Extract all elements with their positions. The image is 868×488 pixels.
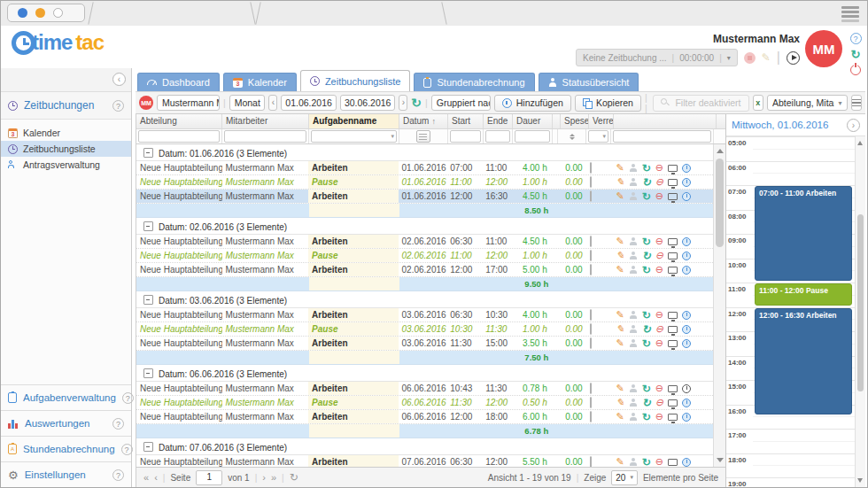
monitor-icon[interactable] — [668, 193, 678, 200]
add-button[interactable]: Hinzufügen — [494, 95, 571, 112]
grid-menu-icon[interactable] — [851, 95, 862, 111]
sync-icon[interactable]: ↻ — [642, 191, 651, 202]
tab-dashboard[interactable]: Dashboard — [137, 73, 220, 91]
sync-icon[interactable]: ↻ — [642, 265, 651, 275]
monitor-icon[interactable] — [668, 165, 678, 172]
edit-icon[interactable]: ✎ — [616, 251, 624, 260]
edit-icon[interactable]: ✎ — [616, 383, 624, 393]
columns-select[interactable]: Abteilung, Mitarbeiter, Aufg ▾ — [767, 95, 848, 111]
delete-icon[interactable]: ⊖ — [655, 191, 663, 201]
next-period-button[interactable]: › — [399, 95, 407, 111]
monitor-icon[interactable] — [668, 312, 678, 319]
previous-page-icon[interactable]: ‹ — [154, 472, 158, 483]
billed-checkbox[interactable] — [590, 162, 592, 174]
monitor-icon[interactable] — [668, 252, 678, 259]
sync-icon[interactable]: ↻ — [642, 310, 651, 321]
calendar-filter-icon[interactable] — [416, 130, 430, 143]
user-icon[interactable] — [629, 178, 638, 187]
sync-icon[interactable]: ↻ — [642, 338, 651, 349]
collapse-group-icon[interactable] — [143, 221, 153, 231]
filter-input[interactable] — [515, 130, 550, 143]
edit-icon[interactable]: ✎ — [616, 398, 624, 407]
delete-icon[interactable]: ⊖ — [655, 236, 663, 246]
clock-icon[interactable] — [682, 164, 691, 173]
monitor-icon[interactable] — [668, 414, 678, 421]
tab-kalender[interactable]: 3Kalender — [223, 73, 297, 91]
table-row[interactable]: Neue HauptabteilungMustermann MaxPause06… — [136, 396, 713, 410]
group-header[interactable]: Datum: 01.06.2016 (3 Elemente) — [136, 144, 713, 161]
collapse-panel-button[interactable]: › — [847, 119, 860, 132]
group-header[interactable]: Datum: 06.06.2016 (3 Elemente) — [136, 365, 713, 382]
filter-input[interactable] — [138, 130, 220, 143]
collapse-group-icon[interactable] — [143, 148, 153, 158]
user-icon[interactable] — [629, 237, 638, 246]
filter-button[interactable]: Filter deaktiviert — [653, 95, 748, 112]
edit-icon[interactable]: ✎ — [616, 412, 624, 422]
help-icon[interactable]: ? — [112, 469, 124, 481]
next-page-icon[interactable]: › — [262, 472, 266, 483]
collapse-group-icon[interactable] — [143, 368, 153, 378]
monitor-icon[interactable] — [668, 340, 678, 347]
spinner-filter-icon[interactable] — [570, 134, 575, 140]
user-filter-select[interactable]: Mustermann Max ▾ — [157, 95, 220, 111]
user-icon[interactable] — [629, 384, 638, 393]
user-icon[interactable] — [629, 325, 638, 334]
monitor-icon[interactable] — [668, 326, 678, 333]
user-icon[interactable] — [629, 164, 638, 173]
last-page-icon[interactable]: » — [271, 472, 276, 483]
group-header[interactable]: Datum: 02.06.2016 (3 Elemente) — [136, 218, 713, 235]
clock-icon[interactable] — [682, 237, 691, 246]
filter-input[interactable] — [613, 130, 711, 143]
previous-period-button[interactable]: ‹ — [268, 95, 277, 111]
clock-icon[interactable] — [682, 178, 691, 187]
reload-icon[interactable]: ↻ — [290, 471, 298, 484]
tab-zeitbuchungsliste[interactable]: Zeitbuchungsliste — [300, 70, 411, 91]
group-header[interactable]: Datum: 03.06.2016 (3 Elemente) — [136, 291, 713, 308]
scrollbar-thumb[interactable] — [857, 214, 864, 391]
date-to-input[interactable]: 30.06.2016 — [340, 95, 396, 111]
scroll-up-icon[interactable] — [857, 141, 863, 145]
browser-menu-icon[interactable] — [841, 6, 859, 22]
first-page-icon[interactable]: « — [143, 472, 149, 483]
edit-icon[interactable]: ✎ — [616, 310, 624, 320]
calendar-event[interactable]: 11:00 - 12:00 Pause — [755, 283, 852, 306]
monitor-icon[interactable] — [668, 459, 678, 466]
billed-checkbox[interactable] — [590, 264, 592, 275]
sync-icon[interactable]: ↻ — [642, 398, 651, 408]
sidebar-section-zeitbuchungen[interactable]: Zeitbuchungen ? — [1, 92, 131, 120]
billed-checkbox[interactable] — [590, 250, 592, 261]
delete-icon[interactable]: ⊖ — [655, 338, 663, 348]
calendar-scrollbar[interactable] — [855, 136, 865, 487]
user-icon[interactable] — [629, 311, 638, 320]
scroll-down-icon[interactable] — [857, 478, 863, 483]
billed-checkbox[interactable] — [590, 309, 592, 321]
grid-scrollbar[interactable] — [713, 144, 725, 467]
table-row[interactable]: Neue HauptabteilungMustermann MaxArbeite… — [136, 161, 713, 175]
clock-icon[interactable] — [682, 252, 691, 260]
group-header[interactable]: Datum: 07.06.2016 (3 Elemente) — [136, 438, 713, 455]
delete-icon[interactable]: ⊖ — [655, 163, 663, 173]
user-icon[interactable] — [629, 339, 638, 348]
sync-icon[interactable]: ↻ — [642, 163, 651, 174]
calendar-event[interactable]: 12:00 - 16:30 Arbeiten — [755, 308, 852, 415]
delete-icon[interactable]: ⊖ — [655, 412, 663, 422]
delete-icon[interactable]: ⊖ — [655, 310, 663, 320]
table-row[interactable]: Neue HauptabteilungMustermann MaxArbeite… — [136, 308, 713, 322]
billed-checkbox[interactable] — [590, 411, 592, 422]
clock-icon[interactable] — [682, 311, 691, 320]
sync-icon[interactable]: ↻ — [642, 251, 651, 261]
timer-task-select[interactable]: Keine Zeitbuchung ... | 00:00:00 | ▾ — [576, 49, 738, 66]
billed-checkbox[interactable] — [590, 456, 592, 467]
help-icon[interactable]: ? — [122, 392, 134, 404]
page-number-input[interactable]: 1 — [196, 470, 222, 485]
billed-checkbox[interactable] — [590, 383, 592, 394]
delete-icon[interactable]: ⊖ — [655, 265, 663, 275]
table-row[interactable]: Neue HauptabteilungMustermann MaxPause01… — [136, 175, 713, 190]
tab-stundenabrechnung[interactable]: Stundenabrechnung — [414, 73, 534, 91]
window-button-white[interactable] — [53, 8, 63, 18]
start-timer-button[interactable] — [787, 51, 800, 65]
edit-icon[interactable]: ✎ — [616, 457, 624, 467]
table-row[interactable]: Neue HauptabteilungMustermann MaxArbeite… — [136, 410, 713, 424]
edit-icon[interactable]: ✎ — [616, 265, 624, 275]
table-row[interactable]: Neue HauptabteilungMustermann MaxArbeite… — [136, 263, 713, 277]
